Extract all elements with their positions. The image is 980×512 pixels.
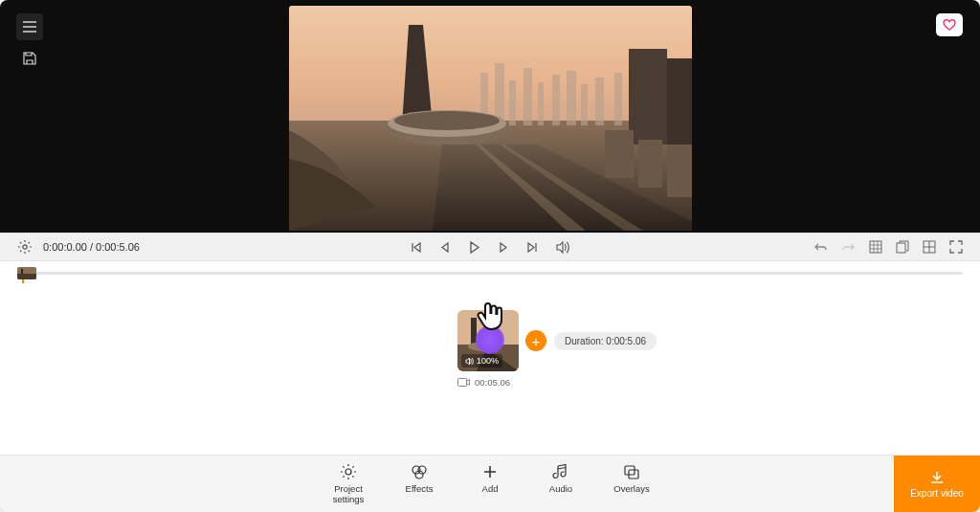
clip-meta: 00:05.06: [457, 377, 510, 388]
timeline-clip-thumb[interactable]: [17, 267, 36, 279]
export-video-button[interactable]: Export video: [894, 456, 980, 512]
playback-controls-bar: 0:00:0.00 / 0:00:5.06: [0, 233, 980, 261]
tool-audio[interactable]: Audio: [542, 463, 580, 504]
tool-label: Effects: [406, 484, 434, 494]
svg-rect-28: [21, 269, 23, 274]
clip-volume-value: 100%: [477, 356, 499, 366]
skip-start-icon[interactable]: [410, 241, 422, 254]
tool-label: Project settings: [333, 484, 365, 504]
svg-rect-19: [605, 130, 634, 178]
tool-label: Overlays: [613, 484, 649, 494]
next-frame-icon[interactable]: [499, 241, 509, 254]
volume-icon[interactable]: [556, 241, 570, 254]
svg-point-22: [23, 245, 27, 249]
undo-icon[interactable]: [813, 241, 828, 254]
svg-rect-7: [552, 75, 560, 125]
svg-rect-23: [870, 241, 881, 253]
redo-icon[interactable]: [841, 241, 856, 254]
svg-rect-6: [538, 82, 544, 125]
tool-add[interactable]: Add: [471, 463, 509, 504]
svg-rect-11: [614, 73, 622, 125]
skip-end-icon[interactable]: [526, 241, 539, 254]
svg-rect-4: [509, 80, 516, 125]
save-button[interactable]: [21, 50, 38, 67]
svg-rect-14: [629, 49, 667, 145]
track-line: [20, 272, 963, 275]
tool-label: Audio: [549, 484, 572, 494]
duration-pill: Duration: 0:00:5.06: [554, 332, 657, 350]
svg-rect-31: [471, 318, 477, 346]
clip-volume-badge: 100%: [461, 354, 502, 367]
storyboard-clip[interactable]: 100%: [457, 310, 519, 371]
svg-rect-8: [567, 71, 576, 125]
prev-frame-icon[interactable]: [439, 241, 450, 254]
hamburger-menu-button[interactable]: [16, 13, 43, 40]
favorite-button[interactable]: [936, 13, 963, 36]
svg-rect-21: [667, 145, 692, 197]
settings-gear-icon[interactable]: [17, 239, 33, 255]
tool-label: Add: [482, 484, 499, 494]
grid1-icon[interactable]: [869, 240, 882, 254]
tool-project-settings[interactable]: Project settings: [329, 463, 368, 504]
clip-duration-meta: 00:05.06: [475, 377, 510, 388]
svg-rect-9: [581, 84, 588, 125]
grid2-icon[interactable]: [923, 240, 936, 254]
svg-rect-20: [638, 140, 662, 188]
play-icon[interactable]: [467, 240, 481, 255]
copy-icon[interactable]: [896, 240, 909, 254]
time-display: 0:00:0.00 / 0:00:5.06: [43, 241, 140, 253]
preview-area: [0, 0, 980, 233]
add-clip-button[interactable]: +: [525, 330, 546, 351]
svg-rect-27: [17, 274, 36, 279]
storyboard-stage: 100% + Duration: 0:00:5.06 00:05.06: [0, 283, 980, 455]
tool-overlays[interactable]: Overlays: [612, 463, 651, 504]
export-label: Export video: [910, 488, 964, 499]
tool-effects[interactable]: Effects: [400, 463, 438, 504]
svg-rect-33: [458, 379, 467, 387]
svg-rect-5: [523, 68, 532, 125]
fullscreen-icon[interactable]: [949, 240, 963, 254]
bottom-toolbar: Project settings Effects Add Audio Overl…: [0, 455, 980, 512]
video-preview[interactable]: [289, 6, 692, 231]
svg-point-32: [468, 342, 497, 351]
svg-rect-10: [595, 78, 604, 125]
svg-point-34: [345, 469, 351, 475]
svg-point-18: [394, 111, 500, 130]
svg-rect-24: [897, 243, 905, 253]
